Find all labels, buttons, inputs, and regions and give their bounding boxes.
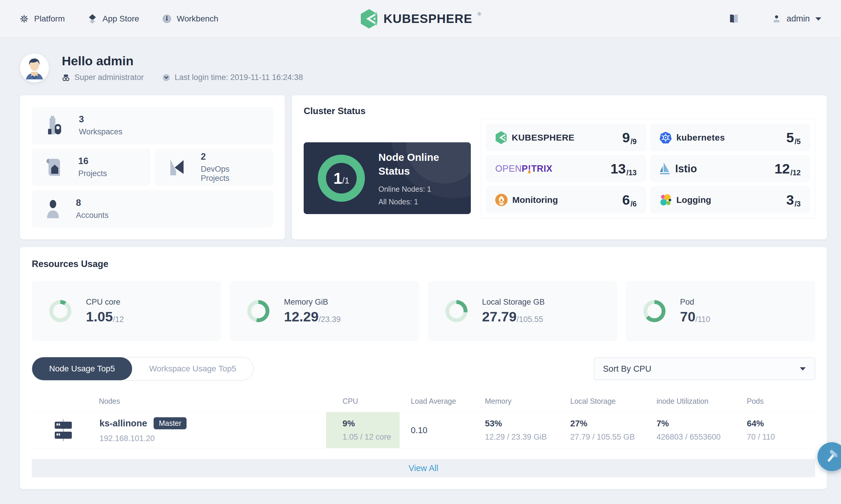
projects-stat: 16 Projects bbox=[78, 157, 107, 178]
node-cell: ks-allinone Master 192.168.101.20 bbox=[32, 412, 326, 448]
user-role-label: Super administrator bbox=[74, 73, 144, 82]
nav-app-store[interactable]: App Store bbox=[88, 14, 139, 24]
memory-cell: 53% 12.29 / 23.39 GiB bbox=[485, 412, 570, 448]
load-average-value: 0.10 bbox=[411, 426, 485, 435]
project-scroll-icon bbox=[46, 158, 63, 176]
tab-node-usage-top5[interactable]: Node Usage Top5 bbox=[32, 357, 132, 380]
workspaces-count: 3 bbox=[79, 115, 122, 124]
component-istio-name: Istio bbox=[660, 162, 697, 175]
node-online-panel: 1 /1 Node Online Status Online Nodes: 1 … bbox=[304, 142, 471, 214]
col-cpu: CPU bbox=[326, 397, 400, 406]
appstore-diamond-icon bbox=[88, 14, 97, 24]
pods-percent: 64% bbox=[747, 419, 815, 428]
tab-workspace-usage-top5[interactable]: Workspace Usage Top5 bbox=[132, 357, 253, 380]
gauge-cpu: CPU core 1.05 /12 bbox=[32, 281, 221, 341]
gauge-memory: Memory GiB 12.29 /23.39 bbox=[230, 281, 419, 341]
pods-detail: 70 / 110 bbox=[747, 433, 815, 442]
cpu-detail: 1.05 / 12 core bbox=[343, 433, 400, 442]
gauge-storage-label: Local Storage GB bbox=[482, 298, 545, 307]
gauge-storage-text: Local Storage GB 27.79 /105.55 bbox=[482, 298, 545, 325]
component-kubesphere-count: 9 /9 bbox=[623, 129, 637, 146]
component-logging-count: 3 /3 bbox=[786, 192, 801, 208]
cluster-status-card: Cluster Status 1 /1 Node Online Status O… bbox=[292, 95, 827, 239]
gauge-memory-label: Memory GiB bbox=[284, 298, 341, 307]
component-kubesphere: KUBESPHERE 9 /9 bbox=[486, 124, 646, 151]
kubesphere-logo[interactable]: KUBESPHERE ® bbox=[360, 9, 481, 29]
gauge-cpu-used: 1.05 bbox=[86, 308, 113, 325]
devops-panel[interactable]: 2 DevOps Projects bbox=[155, 149, 274, 186]
cpu-cell: 9% 1.05 / 12 core bbox=[326, 412, 400, 448]
table-row[interactable]: ks-allinone Master 192.168.101.20 9% 1.0… bbox=[32, 412, 815, 448]
hammer-icon bbox=[824, 449, 840, 464]
gauge-memory-text: Memory GiB 12.29 /23.39 bbox=[284, 298, 341, 325]
user-menu[interactable]: admin bbox=[772, 14, 822, 23]
component-kubernetes-count: 5 /5 bbox=[786, 129, 801, 146]
kubesphere-dashboard: { "colors": { "brand_green": "#55bc8a", … bbox=[0, 0, 841, 504]
gauge-pod-used: 70 bbox=[680, 308, 695, 325]
last-login: Last login time: 2019-11-11 16:24:38 bbox=[162, 73, 303, 82]
docs-book-icon[interactable] bbox=[728, 14, 739, 24]
component-monitoring-count: 6 /6 bbox=[623, 192, 637, 208]
projects-panel[interactable]: 16 Projects bbox=[32, 149, 151, 186]
workspaces-panel[interactable]: 3 Workspaces bbox=[32, 107, 273, 144]
memory-detail: 12.29 / 23.39 GiB bbox=[485, 433, 570, 442]
sort-by-select[interactable]: Sort By CPU bbox=[594, 358, 815, 380]
chevron-down-icon bbox=[815, 17, 822, 21]
component-monitoring-name: Monitoring bbox=[495, 194, 558, 206]
devops-flag-icon bbox=[169, 159, 185, 176]
component-kubesphere-name: KUBESPHERE bbox=[495, 131, 574, 144]
avatar-illustration-icon bbox=[20, 54, 49, 82]
nav-workbench[interactable]: Workbench bbox=[162, 14, 218, 24]
server-node-icon bbox=[54, 419, 72, 441]
gauge-cpu-text: CPU core 1.05 /12 bbox=[86, 298, 124, 325]
accounts-count: 8 bbox=[76, 198, 109, 207]
gauge-pod-label: Pod bbox=[680, 298, 711, 307]
workspaces-label: Workspaces bbox=[79, 127, 122, 137]
gauge-storage-used: 27.79 bbox=[482, 308, 517, 325]
inode-percent: 7% bbox=[656, 419, 747, 428]
component-istio: Istio 12 /12 bbox=[650, 155, 810, 182]
node-online-ratio: 1 /1 bbox=[317, 154, 366, 202]
welcome-meta: Super administrator Last login time: 201… bbox=[62, 73, 303, 82]
workspace-building-icon bbox=[46, 115, 63, 136]
top-cards-row: 3 Workspaces 16 Projects bbox=[20, 95, 827, 239]
gauge-pod-total: /110 bbox=[695, 315, 711, 324]
components-grid: KUBESPHERE 9 /9 bbox=[481, 119, 815, 218]
page-title: Hello admin bbox=[62, 54, 303, 68]
user-icon bbox=[772, 14, 781, 23]
kubernetes-wheel-icon bbox=[660, 132, 672, 144]
accounts-stat: 8 Accounts bbox=[76, 198, 109, 220]
nav-platform[interactable]: Platform bbox=[19, 14, 65, 24]
memory-percent: 53% bbox=[485, 419, 570, 428]
component-openpitrix-count: 13 /13 bbox=[610, 161, 636, 177]
col-local-storage: Local Storage bbox=[570, 397, 656, 406]
registered-mark: ® bbox=[478, 12, 481, 17]
nav-workbench-label: Workbench bbox=[177, 14, 218, 23]
view-all-link[interactable]: View All bbox=[408, 464, 438, 473]
online-nodes-line: Online Nodes: 1 bbox=[379, 185, 458, 194]
all-nodes-line: All Nodes: 1 bbox=[379, 198, 458, 206]
memory-donut-icon bbox=[247, 300, 270, 323]
accounts-panel[interactable]: 8 Accounts bbox=[32, 190, 273, 228]
resources-usage-title: Resources Usage bbox=[32, 259, 815, 269]
overview-card: 3 Workspaces 16 Projects bbox=[20, 95, 285, 239]
elastic-logging-icon bbox=[660, 194, 672, 206]
node-name[interactable]: ks-allinone bbox=[100, 418, 147, 429]
gauge-memory-used: 12.29 bbox=[284, 308, 319, 325]
accounts-label: Accounts bbox=[76, 211, 109, 220]
openpitrix-logo: OPENP!TRIX bbox=[495, 163, 553, 174]
top-bar: Platform App Store Workbench KUBESPHERE … bbox=[0, 0, 841, 38]
gauge-memory-total: /23.39 bbox=[319, 315, 341, 324]
workspaces-stat: 3 Workspaces bbox=[79, 115, 122, 137]
storage-donut-icon bbox=[445, 300, 468, 323]
storage-detail: 27.79 / 105.55 GB bbox=[570, 433, 656, 442]
component-logging: Logging 3 /3 bbox=[650, 186, 810, 214]
col-pods: Pods bbox=[747, 397, 815, 406]
gauge-pod-text: Pod 70 /110 bbox=[680, 298, 711, 325]
node-online-title: Node Online Status bbox=[379, 150, 458, 178]
chevron-down-icon bbox=[800, 367, 806, 371]
gauge-cpu-total: /12 bbox=[113, 315, 124, 324]
inode-cell: 7% 426803 / 6553600 bbox=[656, 412, 747, 448]
resources-usage-card: Resources Usage CPU core 1.05 /12 Memory… bbox=[20, 247, 827, 489]
pods-cell: 64% 70 / 110 bbox=[747, 412, 815, 448]
